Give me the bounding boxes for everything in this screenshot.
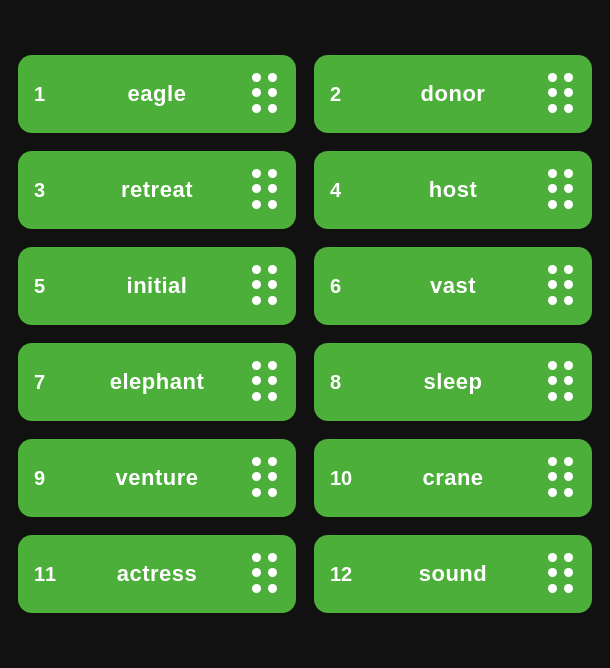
dot xyxy=(252,584,261,593)
dots-icon-3[interactable] xyxy=(252,169,280,211)
dot xyxy=(252,104,261,113)
dot xyxy=(548,392,557,401)
dot xyxy=(548,104,557,113)
dot xyxy=(268,200,277,209)
card-number-8: 8 xyxy=(330,371,358,394)
dot xyxy=(252,88,261,97)
dots-icon-6[interactable] xyxy=(548,265,576,307)
dot xyxy=(252,280,261,289)
card-word-7: elephant xyxy=(62,369,252,395)
dot xyxy=(564,73,573,82)
dot xyxy=(548,488,557,497)
card-number-2: 2 xyxy=(330,83,358,106)
dots-icon-4[interactable] xyxy=(548,169,576,211)
dot xyxy=(252,169,261,178)
dot xyxy=(268,584,277,593)
card-8[interactable]: 8sleep xyxy=(314,343,592,421)
card-word-1: eagle xyxy=(62,81,252,107)
card-2[interactable]: 2donor xyxy=(314,55,592,133)
dot xyxy=(564,584,573,593)
card-word-2: donor xyxy=(358,81,548,107)
dot xyxy=(268,553,277,562)
dot xyxy=(252,265,261,274)
dot xyxy=(548,280,557,289)
dot xyxy=(564,169,573,178)
dot xyxy=(252,568,261,577)
dots-icon-9[interactable] xyxy=(252,457,280,499)
dot xyxy=(548,296,557,305)
card-word-9: venture xyxy=(62,465,252,491)
dot xyxy=(268,457,277,466)
card-3[interactable]: 3retreat xyxy=(18,151,296,229)
dot xyxy=(564,200,573,209)
card-10[interactable]: 10crane xyxy=(314,439,592,517)
dot xyxy=(268,169,277,178)
dot xyxy=(268,488,277,497)
dot xyxy=(548,200,557,209)
card-number-4: 4 xyxy=(330,179,358,202)
dot xyxy=(548,472,557,481)
card-number-10: 10 xyxy=(330,467,358,490)
dot xyxy=(268,568,277,577)
dot xyxy=(252,361,261,370)
dots-icon-8[interactable] xyxy=(548,361,576,403)
card-11[interactable]: 11actress xyxy=(18,535,296,613)
card-word-4: host xyxy=(358,177,548,203)
dot xyxy=(564,392,573,401)
dot xyxy=(548,584,557,593)
dot xyxy=(252,457,261,466)
card-7[interactable]: 7elephant xyxy=(18,343,296,421)
card-word-6: vast xyxy=(358,273,548,299)
dot xyxy=(548,265,557,274)
card-6[interactable]: 6vast xyxy=(314,247,592,325)
card-number-12: 12 xyxy=(330,563,358,586)
dot xyxy=(268,296,277,305)
dot xyxy=(564,361,573,370)
card-number-11: 11 xyxy=(34,563,62,586)
dot xyxy=(268,392,277,401)
card-9[interactable]: 9venture xyxy=(18,439,296,517)
card-1[interactable]: 1eagle xyxy=(18,55,296,133)
card-word-5: initial xyxy=(62,273,252,299)
dot xyxy=(252,553,261,562)
dot xyxy=(548,457,557,466)
dot xyxy=(252,296,261,305)
dot xyxy=(564,280,573,289)
dot xyxy=(564,568,573,577)
dot xyxy=(548,88,557,97)
card-word-8: sleep xyxy=(358,369,548,395)
card-number-6: 6 xyxy=(330,275,358,298)
dot xyxy=(252,472,261,481)
dots-icon-1[interactable] xyxy=(252,73,280,115)
dot xyxy=(268,88,277,97)
dots-icon-11[interactable] xyxy=(252,553,280,595)
card-word-3: retreat xyxy=(62,177,252,203)
dot xyxy=(268,104,277,113)
dots-icon-12[interactable] xyxy=(548,553,576,595)
card-word-10: crane xyxy=(358,465,548,491)
card-4[interactable]: 4host xyxy=(314,151,592,229)
dot xyxy=(548,169,557,178)
dot xyxy=(548,568,557,577)
dot xyxy=(548,376,557,385)
dot xyxy=(268,376,277,385)
dot xyxy=(564,488,573,497)
dots-icon-10[interactable] xyxy=(548,457,576,499)
card-word-11: actress xyxy=(62,561,252,587)
dots-icon-2[interactable] xyxy=(548,73,576,115)
card-number-3: 3 xyxy=(34,179,62,202)
card-number-1: 1 xyxy=(34,83,62,106)
dots-icon-5[interactable] xyxy=(252,265,280,307)
dots-icon-7[interactable] xyxy=(252,361,280,403)
dot xyxy=(548,553,557,562)
dot xyxy=(252,392,261,401)
dot xyxy=(252,73,261,82)
dot xyxy=(564,296,573,305)
card-12[interactable]: 12sound xyxy=(314,535,592,613)
dot xyxy=(548,361,557,370)
card-number-5: 5 xyxy=(34,275,62,298)
dot xyxy=(564,265,573,274)
card-number-9: 9 xyxy=(34,467,62,490)
dot xyxy=(252,200,261,209)
card-5[interactable]: 5initial xyxy=(18,247,296,325)
